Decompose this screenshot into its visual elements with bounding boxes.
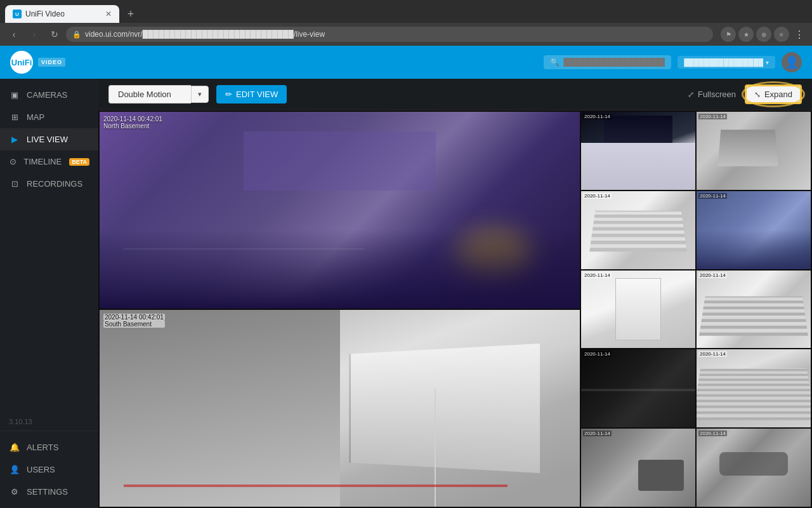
logo-icon: UniFi [10, 51, 33, 74]
header-dropdown[interactable]: ████████████████ ▾ [678, 56, 775, 69]
edit-view-label: EDIT VIEW [236, 90, 278, 99]
extensions-bar: ⚑ ★ ⊕ ≡ ⋮ [721, 26, 807, 43]
search-icon: 🔍 [550, 58, 560, 67]
alerts-label: ALERTS [27, 443, 58, 452]
app: UniFi UniFi VIDEO 🔍 ████████████████ ▾ 👤 [0, 46, 812, 508]
camera-grid: 2020-11-14 00:42:01 North Basement 2020-… [98, 110, 812, 508]
ext-btn-4[interactable]: ≡ [774, 27, 789, 42]
sidebar-item-settings[interactable]: ⚙ SETTINGS [0, 481, 98, 503]
cam-label-o2: 2020-11-14 [698, 114, 727, 119]
cam-label-sw2: 2020-11-14 [698, 272, 727, 278]
view-dropdown-arrow-btn[interactable]: ▾ [191, 86, 209, 103]
cam-label-p2: 2020-11-14 [698, 431, 727, 436]
cam-label-sw3: 2020-11-14 [698, 351, 727, 357]
live-view-icon: ▶ [9, 135, 20, 144]
expand-button[interactable]: ⤡ Expand [745, 84, 802, 104]
recordings-icon: ⊡ [9, 179, 20, 189]
nav-bar: ‹ › ↻ 🔒 video.ui.com/nvr/███████████████… [0, 23, 812, 46]
view-selector-value: Double Motion [118, 90, 171, 99]
expand-label: Expand [764, 90, 792, 99]
map-icon: ⊞ [9, 112, 20, 122]
camera-cell-parking-2[interactable]: 2020-11-14 [697, 429, 811, 507]
cam-ts-o1: 2020-11-14 [583, 114, 612, 119]
back-button[interactable]: ‹ [5, 25, 23, 43]
header-right: 🔍 ████████████████ ▾ 👤 [544, 52, 802, 72]
tab-close-icon[interactable]: ✕ [105, 10, 112, 18]
cam-label-p1: 2020-11-14 [583, 431, 612, 436]
sidebar-item-cameras[interactable]: ▣ CAMERAS [0, 84, 98, 106]
cam-ts-on: 2020-11-14 [583, 351, 612, 357]
ssl-icon: 🔒 [72, 30, 81, 39]
sidebar-item-map[interactable]: ⊞ MAP [0, 106, 98, 128]
map-label: MAP [27, 112, 44, 122]
content-area: Double Motion ▾ ✏ EDIT VIEW ⤢ Fullscreen… [98, 79, 812, 508]
camera-cell-outdoor-night[interactable]: 2020-11-14 [581, 349, 695, 427]
cam-label-sw1: 2020-11-14 [583, 193, 612, 199]
camera-cell-outdoor-2[interactable]: 2020-11-14 [697, 112, 811, 190]
header-search-input[interactable] [563, 58, 665, 67]
main-area: ▣ CAMERAS ⊞ MAP ▶ LIVE VIEW ⊙ TIMELINE B… [0, 79, 812, 508]
cam-label-o1: 2020-11-14 [583, 114, 612, 119]
user-avatar[interactable]: 👤 [782, 52, 802, 72]
toolbar: Double Motion ▾ ✏ EDIT VIEW ⤢ Fullscreen… [98, 79, 812, 110]
cam-label-ib: 2020-11-14 [698, 193, 727, 199]
cam-ts-d: 2020-11-14 [583, 272, 612, 278]
camera-cell-stairwell-2[interactable]: 2020-11-14 [697, 271, 811, 349]
view-dropdown[interactable]: Double Motion [108, 85, 191, 104]
browser-menu-button[interactable]: ⋮ [792, 26, 807, 43]
timeline-label: TIMELINE [23, 157, 62, 166]
reload-button[interactable]: ↻ [46, 25, 63, 43]
new-tab-button[interactable]: + [122, 5, 140, 23]
camera-cell-door[interactable]: 2020-11-14 [581, 271, 695, 349]
cam-ts-ib: 2020-11-14 [698, 193, 727, 199]
sidebar: ▣ CAMERAS ⊞ MAP ▶ LIVE VIEW ⊙ TIMELINE B… [0, 79, 98, 508]
cam-ts-sw3: 2020-11-14 [698, 351, 727, 357]
fullscreen-button[interactable]: ⤢ Fullscreen [688, 90, 736, 99]
sidebar-item-live-view[interactable]: ▶ LIVE VIEW [0, 128, 98, 150]
address-text: video.ui.com/nvr/███████████████████████… [85, 30, 325, 39]
toolbar-right: ⤢ Fullscreen ⤡ Expand [688, 84, 802, 104]
expand-icon: ⤡ [754, 90, 761, 99]
cam-name: North Basement [103, 123, 162, 130]
forward-button[interactable]: › [25, 25, 43, 43]
cam-label-on: 2020-11-14 [583, 351, 612, 357]
active-tab[interactable]: U UniFi Video ✕ [5, 5, 119, 23]
camera-cell-parking-1[interactable]: 2020-11-14 [581, 429, 695, 507]
users-label: USERS [27, 465, 55, 474]
cam-ts-p2: 2020-11-14 [698, 431, 727, 436]
camera-cell-outdoor-1[interactable]: 2020-11-14 [581, 112, 695, 190]
cameras-label: CAMERAS [27, 90, 67, 100]
address-bar[interactable]: 🔒 video.ui.com/nvr/█████████████████████… [66, 27, 713, 42]
header-search-container: 🔍 [544, 55, 671, 69]
cameras-icon: ▣ [9, 90, 20, 100]
alerts-icon: 🔔 [9, 443, 20, 452]
sidebar-version: 3.10.13 [0, 413, 98, 431]
ext-btn-2[interactable]: ★ [738, 27, 754, 42]
cam-label-d: 2020-11-14 [583, 272, 612, 278]
logo-video-badge: VIDEO [38, 58, 65, 67]
tab-title: UniFi Video [25, 10, 102, 18]
ext-btn-3[interactable]: ⊕ [756, 27, 771, 42]
sidebar-item-alerts[interactable]: 🔔 ALERTS [0, 436, 98, 458]
timeline-beta-badge: BETA [69, 158, 89, 166]
camera-cell-indoor-blue[interactable]: 2020-11-14 [697, 191, 811, 269]
view-selector: Double Motion ▾ [108, 85, 209, 104]
camera-cell-north-basement[interactable]: 2020-11-14 00:42:01 North Basement [100, 112, 580, 309]
app-header: UniFi UniFi VIDEO 🔍 ████████████████ ▾ 👤 [0, 46, 812, 79]
settings-icon: ⚙ [9, 487, 20, 497]
cam-ts-sw2: 2020-11-14 [698, 272, 727, 278]
sidebar-item-users[interactable]: 👤 USERS [0, 458, 98, 481]
cam-ts-p1: 2020-11-14 [583, 431, 612, 436]
sidebar-item-recordings[interactable]: ⊡ RECORDINGS [0, 173, 98, 195]
edit-view-button[interactable]: ✏ EDIT VIEW [216, 85, 287, 104]
recordings-label: RECORDINGS [27, 179, 82, 189]
sidebar-item-timeline[interactable]: ⊙ TIMELINE BETA [0, 150, 98, 173]
header-device-label: ████████████████ [684, 58, 763, 66]
camera-cell-stairwell-1[interactable]: 2020-11-14 [581, 191, 695, 269]
ext-btn-1[interactable]: ⚑ [721, 27, 736, 42]
fullscreen-label: Fullscreen [698, 90, 736, 99]
tab-bar: U UniFi Video ✕ + [0, 0, 812, 23]
camera-cell-stairwell-3[interactable]: 2020-11-14 [697, 349, 811, 427]
right-camera-grid: 2020-11-14 2020-11-14 [581, 112, 811, 507]
camera-cell-south-basement[interactable]: 2020-11-14 00:42:01 South Basement [100, 310, 580, 507]
